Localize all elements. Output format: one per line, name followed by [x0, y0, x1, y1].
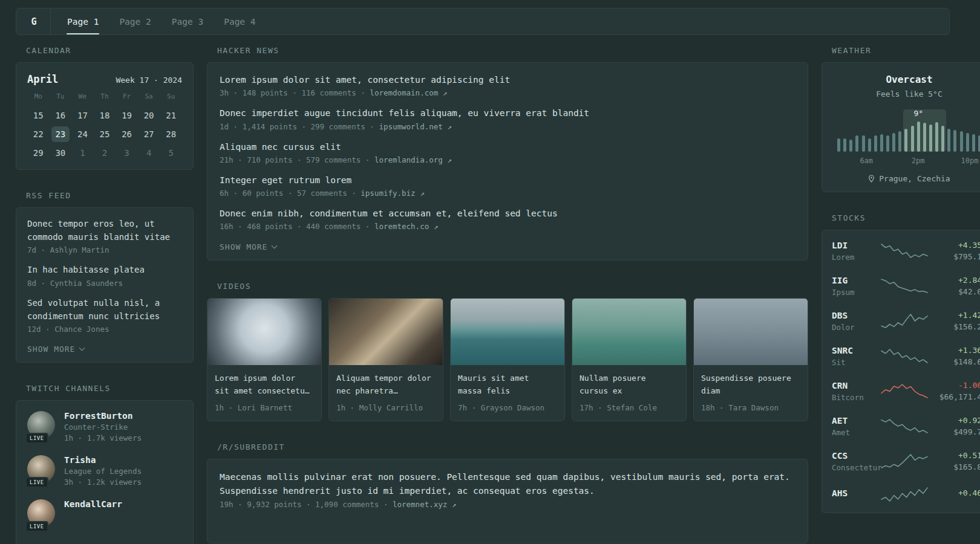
video-title[interactable]: Lorem ipsum dolor sit amet consectetu… [215, 372, 314, 398]
weather-location-text: Prague, Czechia [879, 174, 950, 183]
video-thumbnail[interactable] [329, 299, 443, 365]
hn-item-domain[interactable]: loremdomain.com ↗ [370, 88, 447, 97]
weather-bar [874, 135, 877, 152]
channel-name[interactable]: Trisha [64, 455, 142, 465]
rss-item: In hac habitasse platea 8d · Cynthia Sau… [27, 264, 182, 288]
stocks-widget: STOCKS LDI Lorem +4.35% $795.18 [822, 213, 980, 513]
hn-item-title[interactable]: Donec imperdiet augue tincidunt felis al… [220, 107, 795, 119]
calendar-day-header: Su [160, 92, 182, 105]
stock-row[interactable]: LDI Lorem +4.35% $795.18 [822, 233, 980, 268]
video-meta: 17h · Stefan Cole [580, 403, 679, 412]
video-card[interactable]: Lorem ipsum dolor sit amet consectetu… 1… [207, 298, 322, 421]
twitch-channel[interactable]: LIVE KendallCarr [27, 499, 182, 527]
stock-change: +1.36% [929, 346, 980, 355]
stock-row[interactable]: AHS +0.46% [822, 479, 980, 510]
hn-item-title[interactable]: Donec enim nibh, condimentum et accumsan… [220, 207, 795, 219]
video-card[interactable]: Nullam posuere cursus ex 17h · Stefan Co… [572, 298, 687, 421]
video-thumbnail[interactable] [207, 299, 321, 365]
weather-bar [929, 125, 932, 152]
channel-meta: 1h · 1.7k viewers [64, 433, 142, 442]
stock-row[interactable]: DBS Dolor +1.42% $156.28 [822, 303, 980, 338]
stock-price: $165.84 [929, 462, 980, 471]
video-title[interactable]: Suspendisse posuere diam [701, 372, 800, 398]
stock-name: Amet [832, 428, 880, 437]
stock-name: Lorem [832, 253, 880, 262]
video-title[interactable]: Nullam posuere cursus ex [580, 372, 679, 398]
video-thumbnail[interactable] [572, 299, 686, 365]
rss-item-title[interactable]: Sed volutpat nulla nisl, a condimentum n… [27, 297, 182, 323]
stock-row[interactable]: CCS Consectetur +0.51% $165.84 [822, 444, 980, 479]
stock-row[interactable]: SNRC Sit +1.36% $148.64 [822, 338, 980, 374]
channel-name[interactable]: ForrestBurton [64, 411, 142, 421]
stock-row[interactable]: CRN Bitcorn -1.00% $66,171.48 [822, 374, 980, 409]
weather-bar [972, 134, 975, 152]
twitch-channel[interactable]: LIVE Trisha League of Legends 3h · 1.2k … [27, 455, 182, 487]
subreddit-post-title[interactable]: Maecenas mollis pulvinar erat non posuer… [220, 470, 795, 497]
calendar-day: 20 [140, 108, 158, 123]
rss-item-meta: 7d · Ashlyn Martin [27, 245, 182, 254]
stock-change: +2.84% [929, 276, 980, 285]
hn-show-more-button[interactable]: SHOW MORE [220, 242, 276, 251]
rss-item: Sed volutpat nulla nisl, a condimentum n… [27, 297, 182, 334]
sparkline-chart [880, 383, 929, 400]
tab-page-4[interactable]: Page 4 [214, 8, 266, 34]
hn-item-meta: 1d · 1,414 points · 299 comments · ipsum… [220, 122, 795, 131]
calendar-day-selected: 23 [51, 126, 70, 142]
calendar-day: 19 [118, 108, 136, 123]
video-title[interactable]: Aliquam tempor dolor nec pharetra… [336, 372, 436, 398]
hn-item: Lorem ipsum dolor sit amet, consectetur … [220, 74, 795, 97]
calendar-day-header: We [71, 92, 94, 105]
video-title[interactable]: Mauris sit amet massa felis [458, 372, 557, 398]
stock-row[interactable]: IIG Ipsum +2.84% $42.04 [822, 268, 980, 303]
rss-widget: RSS FEED Donec tempor eros leo, ut commo… [16, 191, 194, 363]
rss-card: Donec tempor eros leo, ut commodo mauris… [16, 207, 194, 363]
stocks-section-label: STOCKS [832, 213, 980, 222]
app-logo[interactable]: G [24, 8, 44, 34]
video-card[interactable]: Mauris sit amet massa felis 7h · Grayson… [450, 298, 565, 421]
stock-row[interactable]: AET Amet +0.92% $499.72 [822, 409, 980, 444]
stock-name: Bitcorn [832, 393, 880, 402]
videos-section-label: VIDEOS [217, 282, 808, 291]
video-thumbnail[interactable] [694, 299, 808, 365]
hackernews-card: Lorem ipsum dolor sit amet, consectetur … [207, 62, 808, 261]
hn-item-title[interactable]: Aliquam nec cursus elit [220, 141, 795, 153]
hackernews-widget: HACKER NEWS Lorem ipsum dolor sit amet, … [207, 46, 808, 261]
weather-bar [862, 135, 865, 152]
weather-bar [966, 133, 969, 152]
hn-item-domain[interactable]: loremlandia.org ↗ [374, 155, 452, 164]
hn-item-title[interactable]: Integer eget rutrum lorem [220, 174, 795, 186]
hn-item-domain[interactable]: ipsumify.biz ↗ [361, 189, 424, 198]
rss-item-title[interactable]: Donec tempor eros leo, ut commodo mauris… [27, 218, 182, 244]
channel-name[interactable]: KendallCarr [64, 499, 122, 509]
hn-item-title[interactable]: Lorem ipsum dolor sit amet, consectetur … [220, 74, 795, 86]
twitch-widget: TWITCH CHANNELS LIVE ForrestBurton Count… [16, 384, 194, 544]
hn-item-domain[interactable]: loremtech.co ↗ [374, 222, 438, 231]
videos-widget: VIDEOS Lorem ipsum dolor sit amet consec… [207, 282, 808, 421]
weather-peak-temp: 9° [913, 109, 923, 118]
stock-id: AET Amet [832, 416, 880, 437]
rss-item-title[interactable]: In hac habitasse platea [27, 264, 182, 277]
tab-page-3[interactable]: Page 3 [162, 8, 214, 34]
left-column: CALENDAR April Week 17 · 2024 Mo Tu We T… [16, 46, 194, 544]
tab-page-1[interactable]: Page 1 [57, 8, 109, 34]
tab-page-2[interactable]: Page 2 [109, 8, 161, 34]
rss-show-more-button[interactable]: SHOW MORE [27, 345, 84, 354]
sparkline-chart [880, 486, 929, 503]
dashboard-columns: CALENDAR April Week 17 · 2024 Mo Tu We T… [16, 46, 950, 544]
hn-item-domain[interactable]: ipsumworld.net ↗ [379, 122, 451, 131]
video-card[interactable]: Suspendisse posuere diam 18h · Tara Daws… [693, 298, 808, 421]
weather-card: Overcast Feels like 5°C 9° 6am2pm10pm Pr… [822, 62, 980, 192]
subreddit-post-domain[interactable]: loremnet.xyz ↗ [393, 500, 456, 509]
weather-bar [898, 131, 901, 152]
twitch-channel[interactable]: LIVE ForrestBurton Counter-Strike 1h · 1… [27, 411, 182, 442]
stock-sparkline [880, 383, 929, 400]
weather-bar [849, 140, 852, 152]
stock-name: Dolor [832, 323, 880, 332]
twitch-card: LIVE ForrestBurton Counter-Strike 1h · 1… [16, 400, 194, 544]
video-thumbnail[interactable] [451, 299, 564, 365]
stock-id: CRN Bitcorn [832, 381, 880, 402]
video-card[interactable]: Aliquam tempor dolor nec pharetra… 1h · … [328, 298, 443, 421]
stock-sparkline [880, 348, 929, 364]
external-link-icon: ↗ [447, 155, 452, 164]
sparkline-chart [880, 418, 929, 435]
